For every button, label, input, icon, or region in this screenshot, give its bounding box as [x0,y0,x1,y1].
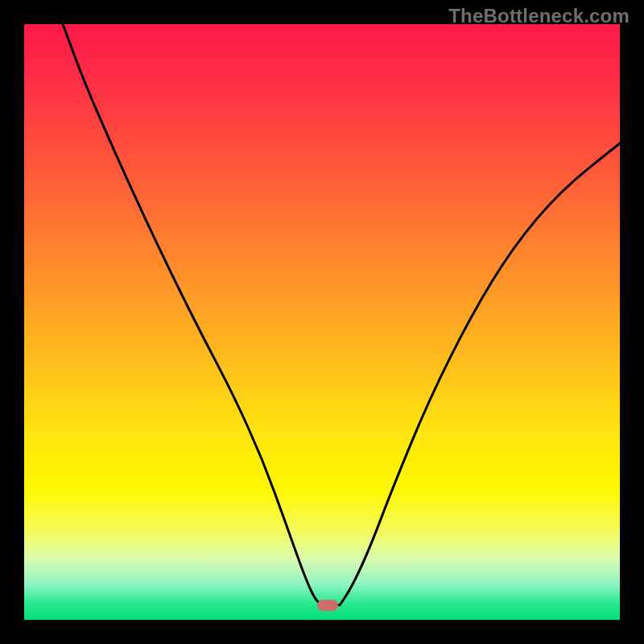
chart-frame: TheBottleneck.com [0,0,644,644]
bottleneck-curve [24,24,620,620]
plot-area [24,24,620,620]
watermark-text: TheBottleneck.com [448,5,630,27]
optimal-marker [317,600,338,611]
